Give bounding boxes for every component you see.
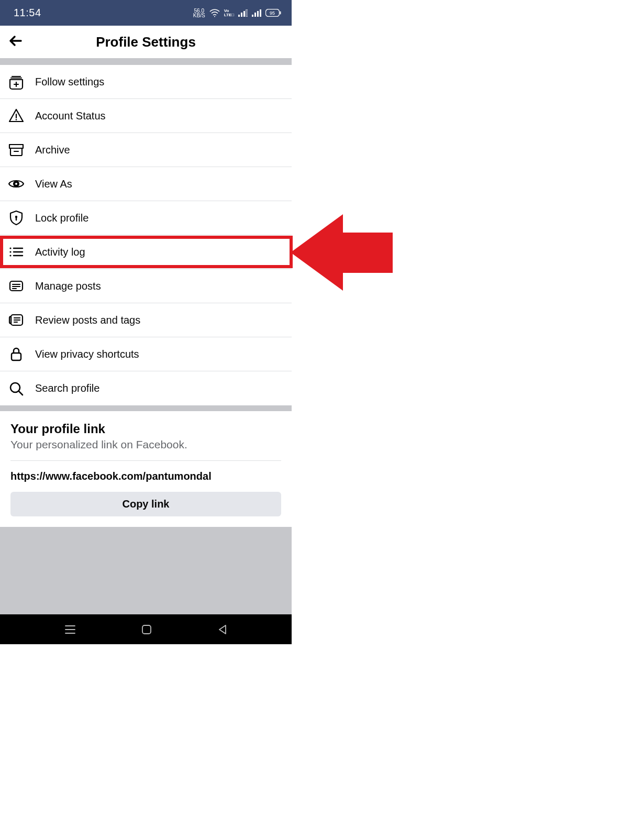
menu-item-follow-settings[interactable]: Follow settings (0, 65, 292, 99)
empty-area (0, 527, 292, 614)
menu-item-label: Review posts and tags (35, 314, 140, 326)
lock-icon (8, 346, 25, 362)
settings-menu: Follow settings Account Status Archi (0, 65, 292, 405)
svg-point-19 (9, 255, 11, 256)
menu-item-label: Manage posts (35, 280, 101, 292)
menu-item-label: View As (35, 178, 72, 190)
archive-icon (8, 141, 25, 158)
menu-item-label: Lock profile (35, 212, 88, 224)
svg-rect-7 (257, 11, 259, 17)
menu-item-lock-profile[interactable]: Lock profile (0, 201, 292, 235)
search-icon (8, 380, 25, 397)
warning-triangle-icon (8, 107, 25, 124)
svg-rect-8 (260, 9, 261, 17)
follow-settings-icon (8, 73, 25, 90)
svg-rect-5 (252, 15, 253, 17)
page-title: Profile Settings (0, 34, 292, 50)
recent-apps-button[interactable] (64, 624, 76, 635)
svg-rect-24 (142, 625, 151, 634)
back-arrow-icon (8, 35, 23, 47)
menu-item-label: Follow settings (35, 76, 104, 88)
phone-screen: 11:54 56.0 KB/S VoLTE□ 95 Profile Set (0, 0, 292, 644)
svg-text:95: 95 (270, 10, 275, 16)
review-icon (8, 312, 25, 328)
annotation-arrow (291, 214, 395, 293)
android-nav-bar (0, 614, 292, 644)
svg-point-0 (214, 16, 215, 17)
menu-item-label: Archive (35, 144, 70, 156)
wifi-icon (209, 9, 220, 17)
profile-link-title: Your profile link (10, 422, 281, 436)
menu-item-label: View privacy shortcuts (35, 348, 139, 360)
svg-rect-10 (280, 12, 281, 15)
profile-link-url: https://www.facebook.com/pantumondal (10, 470, 281, 482)
data-speed: 56.0 KB/S (193, 8, 205, 18)
home-button[interactable] (141, 624, 152, 635)
svg-rect-13 (9, 145, 23, 148)
menu-item-label: Activity log (35, 246, 85, 258)
back-nav-icon (218, 624, 227, 635)
svg-rect-22 (12, 353, 21, 360)
profile-link-section: Your profile link Your personalized link… (0, 411, 292, 527)
back-nav-button[interactable] (218, 624, 227, 635)
menu-item-search-profile[interactable]: Search profile (0, 371, 292, 405)
page-header: Profile Settings (0, 26, 292, 58)
home-icon (141, 624, 152, 635)
svg-marker-25 (291, 214, 393, 291)
svg-rect-3 (243, 11, 245, 17)
shield-lock-icon (8, 210, 25, 226)
list-icon (8, 244, 25, 260)
svg-rect-4 (246, 9, 248, 17)
menu-item-label: Search profile (35, 382, 99, 394)
eye-icon (8, 175, 25, 192)
svg-point-17 (9, 247, 11, 249)
menu-item-account-status[interactable]: Account Status (0, 99, 292, 133)
menu-item-activity-log[interactable]: Activity log (0, 235, 292, 269)
status-right: 56.0 KB/S VoLTE□ 95 (193, 8, 281, 18)
profile-link-subtitle: Your personalized link on Facebook. (10, 438, 281, 451)
menu-item-manage-posts[interactable]: Manage posts (0, 269, 292, 303)
back-button[interactable] (8, 35, 23, 49)
signal-icon-1 (238, 9, 248, 17)
menu-item-privacy-shortcuts[interactable]: View privacy shortcuts (0, 337, 292, 371)
svg-rect-1 (238, 15, 240, 17)
divider (10, 460, 281, 461)
svg-rect-2 (241, 13, 242, 17)
menu-item-label: Account Status (35, 110, 106, 122)
recent-apps-icon (64, 624, 76, 635)
svg-point-18 (9, 251, 11, 252)
menu-item-archive[interactable]: Archive (0, 133, 292, 167)
status-time: 11:54 (14, 7, 41, 19)
volte-icon: VoLTE□ (224, 9, 234, 17)
svg-point-12 (16, 119, 17, 120)
post-icon (8, 278, 25, 294)
svg-rect-6 (254, 13, 256, 17)
status-bar: 11:54 56.0 KB/S VoLTE□ 95 (0, 0, 292, 26)
menu-item-view-as[interactable]: View As (0, 167, 292, 201)
svg-point-15 (15, 183, 17, 185)
section-divider (0, 58, 292, 65)
battery-icon: 95 (265, 9, 281, 17)
copy-link-button[interactable]: Copy link (10, 492, 281, 516)
signal-icon-2 (252, 9, 261, 17)
menu-item-review-posts[interactable]: Review posts and tags (0, 303, 292, 337)
